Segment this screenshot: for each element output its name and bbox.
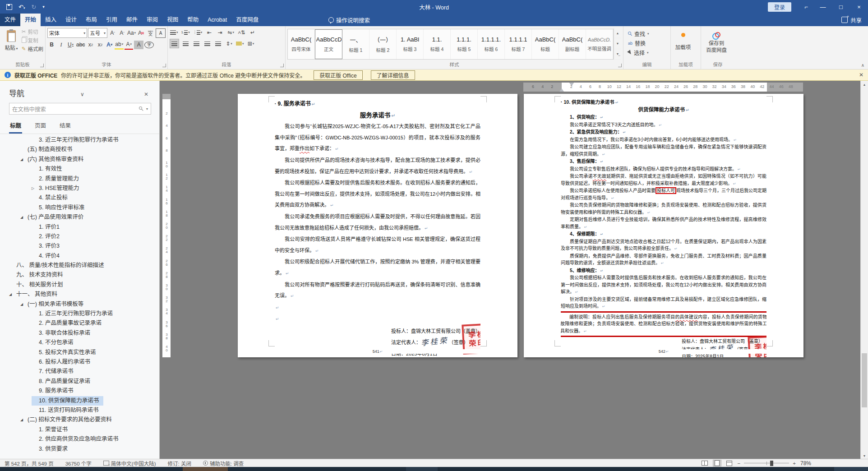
heading-item[interactable]: 1. 荣誉证书 bbox=[0, 425, 157, 434]
heading-item[interactable]: 4. 禁止投标 bbox=[0, 193, 157, 203]
ribbon-tab[interactable]: 开始 bbox=[20, 14, 41, 26]
addins-button[interactable]: 加载项 bbox=[673, 28, 693, 62]
font-size-combo[interactable]: 五号▾ bbox=[88, 28, 107, 38]
gallery-down-button[interactable]: ▼ bbox=[614, 38, 621, 49]
character-shading-button[interactable]: A bbox=[134, 41, 143, 49]
tell-me-search[interactable]: 操作说明搜索 bbox=[324, 14, 374, 26]
cut-button[interactable]: ✂ 剪切 bbox=[22, 28, 43, 35]
heading-item[interactable]: ◢十一、 其他资料 bbox=[0, 290, 157, 299]
scrollbar-thumb[interactable] bbox=[862, 353, 867, 407]
ribbon-tab[interactable]: 审阅 bbox=[142, 14, 162, 26]
show-marks-button[interactable]: ↵ bbox=[248, 28, 257, 37]
multilevel-list-button[interactable]: ⋮▾ bbox=[193, 28, 203, 37]
heading-item[interactable]: 4. 评价4 bbox=[0, 251, 157, 261]
heading-item[interactable]: 1. 近三年无行贿犯罪行为承诺 bbox=[0, 309, 157, 319]
track-changes-indicator[interactable]: 修订: 关闭 bbox=[168, 460, 191, 467]
heading-item[interactable]: 9. 服务承诺书 bbox=[0, 386, 157, 396]
paragraph-dialog-launcher[interactable] bbox=[280, 64, 284, 67]
style-chip[interactable]: AaBbCcDdE 正文 bbox=[315, 29, 342, 59]
style-chip[interactable]: AaBbC( 标题 bbox=[532, 29, 559, 59]
heading-item[interactable]: 8. 产品质量保证承诺 bbox=[0, 377, 157, 386]
ribbon-tab[interactable]: 引用 bbox=[102, 14, 122, 26]
zoom-percentage[interactable]: 78% bbox=[800, 460, 815, 466]
heading-item[interactable]: 九、 技术支持资料 bbox=[0, 270, 157, 280]
heading-item[interactable]: ▷3. HSE管理能力 bbox=[0, 184, 157, 193]
clear-formatting-button[interactable]: A bbox=[137, 29, 145, 37]
nav-tab[interactable]: 页面 bbox=[34, 119, 47, 134]
font-dialog-launcher[interactable] bbox=[162, 64, 166, 67]
style-chip[interactable]: AaBbC( 副标题 bbox=[559, 29, 586, 59]
heading-item[interactable]: 3. 供货要求 bbox=[0, 444, 157, 454]
heading-item[interactable]: ◢(六) 其他资格审查资料 bbox=[0, 155, 157, 164]
grow-font-button[interactable]: Aˆ bbox=[108, 29, 117, 37]
borders-button[interactable]: ⊞▾ bbox=[247, 39, 255, 48]
sign-in-button[interactable]: 登录 bbox=[768, 2, 791, 12]
bullets-button[interactable]: ▾ bbox=[170, 28, 179, 37]
clipboard-dialog-launcher[interactable] bbox=[40, 64, 44, 67]
heading-item[interactable]: ◢(七) 产品使用效果评价 bbox=[0, 212, 157, 222]
zoom-slider-thumb[interactable] bbox=[770, 461, 773, 466]
find-button[interactable]: 查找▾ bbox=[628, 30, 666, 37]
get-genuine-office-button[interactable]: 获取正版 Office bbox=[314, 70, 362, 80]
ribbon-tab[interactable]: 百度网盘 bbox=[231, 14, 263, 26]
expand-collapse-icon[interactable]: ◢ bbox=[9, 290, 16, 299]
heading-item[interactable]: 10. 供货保障能力承诺书 bbox=[0, 396, 157, 406]
phonetic-guide-button[interactable]: wén文 bbox=[146, 29, 155, 37]
align-center-button[interactable] bbox=[181, 39, 190, 48]
share-button[interactable]: 共享 bbox=[835, 14, 868, 26]
justify-button[interactable] bbox=[203, 39, 212, 48]
underline-button[interactable]: U▾ bbox=[66, 41, 75, 49]
heading-item[interactable]: 11. 送货打码贴码承诺书 bbox=[0, 406, 157, 415]
shrink-font-button[interactable]: Aˇ bbox=[118, 29, 126, 37]
heading-item[interactable]: 2. 评价2 bbox=[0, 232, 157, 241]
character-border-button[interactable]: A bbox=[156, 28, 166, 38]
style-chip[interactable]: 1.1.1.1. 标题 6 bbox=[478, 29, 505, 59]
style-chip[interactable]: 1.1.1.1 标题 7 bbox=[505, 29, 532, 59]
zoom-slider[interactable] bbox=[744, 463, 789, 464]
heading-item[interactable]: ◢(一) 相关承诺书模板等 bbox=[0, 300, 157, 309]
ribbon-tab[interactable]: 插入 bbox=[41, 14, 61, 26]
select-button[interactable]: 选择▾ bbox=[628, 49, 666, 56]
hanging-indent-marker[interactable] bbox=[559, 88, 564, 92]
heading-item[interactable]: 八、 质量/技术性能指标的详细描述 bbox=[0, 261, 157, 270]
nav-tab[interactable]: 标题 bbox=[9, 119, 22, 134]
learn-more-button[interactable]: 了解详细信息 bbox=[371, 70, 415, 80]
page-content[interactable]: 9. 服务承诺书服务承诺书我公司参与“长城钻探2025-WZJC-物资化工-05… bbox=[275, 98, 480, 357]
heading-item[interactable]: 1. 有效性 bbox=[0, 164, 157, 174]
web-layout-button[interactable] bbox=[725, 460, 733, 466]
superscript-button[interactable]: x2 bbox=[96, 41, 104, 49]
heading-item[interactable]: 5. 投标文件真实性承诺 bbox=[0, 348, 157, 357]
save-to-baidu-button[interactable]: 保存到百度网盘 bbox=[703, 28, 730, 62]
strikethrough-button[interactable]: abc bbox=[76, 41, 85, 49]
word-count[interactable]: 36750 个字 bbox=[65, 460, 92, 467]
shading-button[interactable]: ▾ bbox=[235, 39, 245, 48]
heading-item[interactable]: 6. 投标人履约承诺书 bbox=[0, 357, 157, 367]
search-dropdown-icon[interactable]: ▾ bbox=[146, 107, 148, 111]
style-chip[interactable]: AaBbCcD. 不明显强调 bbox=[586, 29, 613, 59]
accessibility-indicator[interactable]: 辅助功能: 调查 bbox=[203, 460, 244, 467]
italic-button[interactable]: I bbox=[57, 41, 65, 49]
align-left-button[interactable] bbox=[170, 39, 179, 48]
heading-item[interactable]: 3. 非联合体投标承诺 bbox=[0, 328, 157, 338]
align-right-button[interactable] bbox=[192, 39, 201, 48]
nav-tab[interactable]: 结果 bbox=[59, 119, 72, 134]
ribbon-tab[interactable]: Acrobat bbox=[203, 14, 231, 26]
style-chip[interactable]: 1.1.1. 标题 5 bbox=[451, 29, 478, 59]
expand-collapse-icon[interactable]: ◢ bbox=[20, 415, 28, 425]
heading-item[interactable]: 2. 质量管理能力 bbox=[0, 174, 157, 184]
copy-button[interactable]: 复制 bbox=[22, 37, 43, 44]
vertical-scrollbar[interactable]: ▲ ▼ bbox=[860, 81, 868, 459]
document-page-541[interactable]: 9. 服务承诺书服务承诺书我公司参与“长城钻探2025-WZJC-物资化工-05… bbox=[238, 94, 517, 357]
heading-item[interactable]: (五) 制造商授权书 bbox=[0, 145, 157, 154]
expand-collapse-icon[interactable]: ◢ bbox=[20, 212, 28, 222]
heading-item[interactable]: 2. 供应商供货及应急响应承诺书 bbox=[0, 434, 157, 444]
minimize-button[interactable]: — bbox=[814, 0, 832, 14]
format-painter-button[interactable]: ✎ 格式刷 bbox=[22, 45, 43, 52]
font-color-button[interactable]: A▾ bbox=[125, 40, 133, 50]
text-effects-button[interactable]: A▾ bbox=[105, 41, 114, 49]
gallery-up-button[interactable]: ▲ bbox=[614, 28, 621, 38]
document-canvas[interactable]: 642 246810121416182022242628303234363840… bbox=[160, 81, 861, 459]
style-chip[interactable]: （一） 标题 2 bbox=[369, 29, 397, 59]
font-name-combo[interactable]: 宋体▾ bbox=[47, 28, 87, 38]
nav-close-icon[interactable]: ✕ bbox=[140, 91, 152, 97]
